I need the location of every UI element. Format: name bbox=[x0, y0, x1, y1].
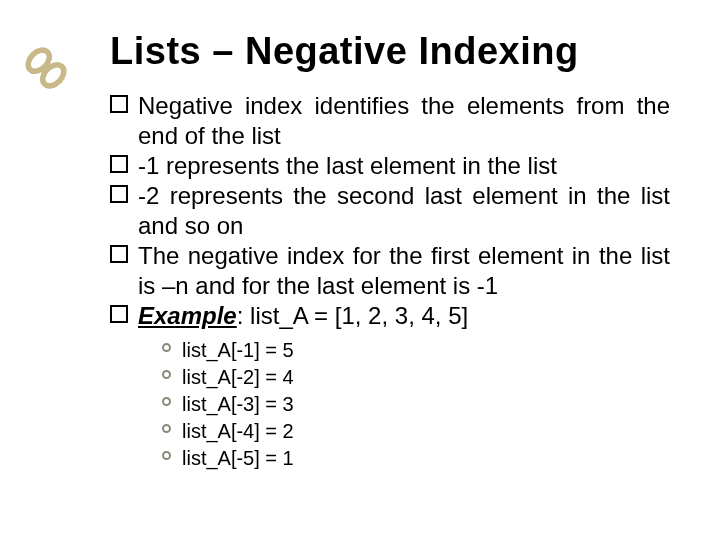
circle-bullet-icon bbox=[162, 370, 171, 379]
circle-bullet-icon bbox=[162, 451, 171, 460]
slide-title: Lists – Negative Indexing bbox=[110, 30, 670, 73]
sub-item-text: list_A[-5] = 1 bbox=[182, 447, 294, 469]
example-text: : list_A = [1, 2, 3, 4, 5] bbox=[237, 302, 468, 329]
chainlink-icon bbox=[18, 40, 74, 100]
sub-item-text: list_A[-3] = 3 bbox=[182, 393, 294, 415]
slide-body: Negative index identifies the elements f… bbox=[110, 91, 670, 472]
bullet-example: Example: list_A = [1, 2, 3, 4, 5] bbox=[110, 301, 670, 331]
bullet-item: -1 represents the last element in the li… bbox=[110, 151, 670, 181]
sub-item: list_A[-1] = 5 bbox=[162, 337, 670, 364]
square-bullet-icon bbox=[110, 305, 128, 323]
circle-bullet-icon bbox=[162, 397, 171, 406]
sub-item-text: list_A[-1] = 5 bbox=[182, 339, 294, 361]
sub-item: list_A[-3] = 3 bbox=[162, 391, 670, 418]
bullet-item: The negative index for the first element… bbox=[110, 241, 670, 301]
bullet-text: The negative index for the first element… bbox=[138, 242, 670, 299]
slide: Lists – Negative Indexing Negative index… bbox=[0, 0, 720, 540]
sub-item: list_A[-5] = 1 bbox=[162, 445, 670, 472]
square-bullet-icon bbox=[110, 155, 128, 173]
bullet-item: -2 represents the second last element in… bbox=[110, 181, 670, 241]
sub-item-text: list_A[-2] = 4 bbox=[182, 366, 294, 388]
circle-bullet-icon bbox=[162, 424, 171, 433]
square-bullet-icon bbox=[110, 245, 128, 263]
sub-item-text: list_A[-4] = 2 bbox=[182, 420, 294, 442]
bullet-text: -2 represents the second last element in… bbox=[138, 182, 670, 239]
example-label: Example bbox=[138, 302, 237, 329]
sub-item: list_A[-4] = 2 bbox=[162, 418, 670, 445]
bullet-text: Negative index identifies the elements f… bbox=[138, 92, 670, 149]
sub-list: list_A[-1] = 5 list_A[-2] = 4 list_A[-3]… bbox=[110, 337, 670, 472]
square-bullet-icon bbox=[110, 185, 128, 203]
sub-item: list_A[-2] = 4 bbox=[162, 364, 670, 391]
bullet-text: -1 represents the last element in the li… bbox=[138, 152, 557, 179]
square-bullet-icon bbox=[110, 95, 128, 113]
circle-bullet-icon bbox=[162, 343, 171, 352]
bullet-item: Negative index identifies the elements f… bbox=[110, 91, 670, 151]
